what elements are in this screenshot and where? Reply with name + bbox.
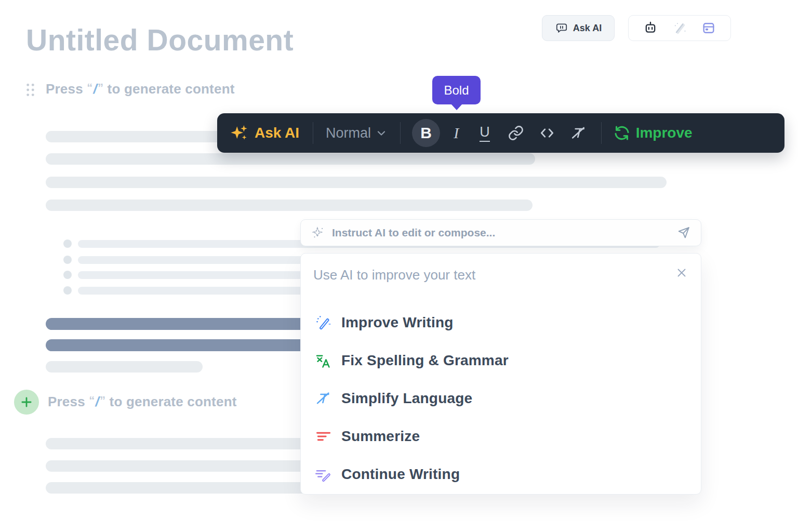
menu-item-label: Improve Writing [341, 314, 454, 331]
bold-tooltip: Bold [432, 76, 481, 104]
robot-icon [643, 21, 658, 35]
pen-icon [672, 21, 687, 35]
close-icon [675, 267, 688, 279]
generate-content-placeholder[interactable]: Press “/” to generate content [46, 81, 235, 97]
code-icon [538, 124, 556, 142]
skeleton-line [46, 361, 203, 373]
generate-content-placeholder[interactable]: Press “/” to generate content [48, 394, 237, 410]
chat-bubble-icon [555, 21, 568, 35]
pen-tool-button[interactable] [669, 18, 690, 38]
menu-item-summerize[interactable]: Summerize [301, 417, 701, 455]
add-block-button[interactable] [14, 390, 39, 415]
ask-ai-button[interactable]: Ask AI [542, 15, 615, 41]
ai-instruct-input[interactable] [332, 227, 670, 239]
clear-formatting-button[interactable] [567, 122, 590, 144]
menu-item-label: Fix Spelling & Grammar [341, 352, 509, 369]
page-title[interactable]: Untitled Document [26, 23, 294, 57]
bold-button[interactable]: B [412, 119, 440, 147]
plus-icon [20, 395, 33, 409]
translate-check-icon [315, 352, 331, 369]
menu-item-label: Simplify Language [341, 390, 472, 407]
improve-button-label: Improve [636, 125, 693, 141]
summarize-lines-icon [315, 428, 331, 445]
menu-item-simplify-language[interactable]: Simplify Language [301, 379, 701, 417]
improve-button[interactable]: Improve [613, 124, 693, 142]
clear-formatting-icon [570, 125, 587, 141]
continue-pen-icon [315, 466, 331, 483]
sparkles-icon [230, 123, 249, 143]
text-style-selected: Normal [326, 125, 371, 141]
ai-instruct-input-container [300, 219, 701, 246]
link-icon [508, 125, 524, 141]
skeleton-line [46, 177, 667, 188]
underline-button[interactable]: U [480, 124, 490, 142]
menu-item-label: Summerize [341, 428, 420, 445]
bullet-dot [63, 286, 72, 295]
chevron-down-icon [375, 127, 388, 139]
italic-button[interactable]: I [454, 124, 459, 142]
menu-item-improve-writing[interactable]: Improve Writing [301, 303, 701, 341]
layout-panel-icon [701, 21, 716, 35]
ai-improve-panel: Use AI to improve your text [300, 253, 701, 495]
toolbar-ask-ai-button[interactable]: Ask AI [255, 125, 299, 141]
panel-item-list: Improve Writing Fix Spelling & Grammar [301, 303, 701, 493]
sparkle-dotted-icon [311, 226, 325, 240]
send-icon[interactable] [677, 226, 690, 240]
menu-item-fix-spelling-grammar[interactable]: Fix Spelling & Grammar [301, 341, 701, 379]
simplify-format-icon [315, 390, 331, 407]
ask-ai-button-label: Ask AI [573, 23, 602, 34]
toolbar-divider [601, 122, 602, 144]
close-button[interactable] [674, 265, 689, 281]
top-right-tool-group [628, 15, 731, 41]
panel-title: Use AI to improve your text [313, 267, 475, 283]
bullet-dot [63, 271, 72, 279]
bullet-dot [63, 256, 72, 264]
formatting-toolbar: Ask AI Normal B I U [217, 113, 784, 153]
bullet-dot [63, 240, 72, 248]
placeholder-text: Press “/” to generate content [46, 81, 235, 97]
robot-button[interactable] [640, 18, 661, 38]
skeleton-line [46, 153, 535, 165]
bold-button-label: B [420, 124, 432, 142]
toolbar-divider [313, 122, 313, 144]
skeleton-line [46, 200, 533, 211]
code-button[interactable] [536, 122, 558, 144]
refresh-icon [613, 124, 631, 142]
pen-sparkle-icon [315, 314, 331, 331]
bold-tooltip-label: Bold [444, 83, 469, 98]
app-canvas: Untitled Document Ask AI [0, 0, 798, 532]
drag-handle-icon[interactable] [25, 82, 36, 98]
layout-panel-button[interactable] [698, 18, 719, 38]
menu-item-continue-writing[interactable]: Continue Writing [301, 455, 701, 493]
placeholder-text: Press “/” to generate content [48, 394, 237, 410]
toolbar-divider [400, 122, 401, 144]
menu-item-label: Continue Writing [341, 466, 460, 483]
text-style-dropdown[interactable]: Normal [326, 125, 388, 141]
link-button[interactable] [504, 122, 527, 144]
